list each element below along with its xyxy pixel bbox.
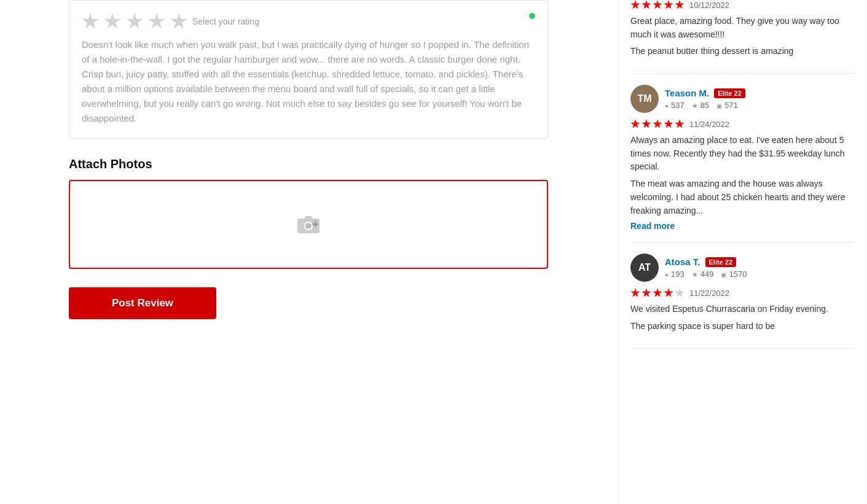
teason-elite-badge: Elite 22 [714, 88, 745, 98]
teason-name[interactable]: Teason M. [665, 88, 709, 98]
star-filled-4 [664, 0, 673, 10]
svg-rect-5 [315, 221, 316, 227]
atosa-info: Atosa T. Elite 22 193 449 [665, 257, 747, 279]
atosa-review-date: 11/22/2022 [689, 289, 729, 298]
atosa-review-text2: The parking space is super hard to be [630, 320, 855, 333]
teason-review-date: 11/24/2022 [689, 120, 729, 129]
atosa-reviewer-header: AT Atosa T. Elite 22 193 449 [630, 254, 855, 282]
teason-review-text1: Always an amazing place to eat. I've eat… [630, 134, 855, 174]
teason-star-2 [641, 119, 651, 129]
atosa-friends-stat: 193 [665, 269, 685, 279]
teason-read-more[interactable]: Read more [630, 221, 675, 231]
star-rating-row[interactable]: Select your rating [82, 13, 535, 30]
teason-friends-stat: 537 [665, 101, 685, 110]
teason-avatar: TM [630, 85, 659, 113]
atosa-elite-badge: Elite 22 [705, 257, 737, 267]
atosa-star-4 [664, 288, 673, 298]
right-column: 10/12/2022 Great place, amazing food. Th… [618, 0, 867, 504]
teason-star-1 [630, 119, 640, 129]
teason-reviews-count: 85 [700, 101, 709, 110]
atosa-friends-count: 193 [671, 269, 685, 279]
star-3[interactable] [126, 13, 143, 30]
atosa-star-1 [630, 288, 640, 298]
star-4[interactable] [148, 13, 165, 30]
star-filled-2 [641, 0, 651, 10]
star-filled-3 [653, 0, 662, 10]
teason-name-row: Teason M. Elite 22 [665, 88, 745, 98]
star-filled-1 [630, 0, 640, 10]
online-indicator [529, 13, 535, 19]
select-rating-label: Select your rating [192, 17, 259, 26]
teason-reviews-stat: 85 [692, 101, 709, 110]
photos-icon [716, 101, 722, 110]
atosa-name[interactable]: Atosa T. [665, 257, 700, 267]
atosa-avatar: AT [630, 254, 659, 282]
friends-icon [665, 101, 669, 110]
star-5[interactable] [170, 13, 187, 30]
atosa-stars-row: 11/22/2022 [630, 288, 855, 298]
top-review-text1: Great place, amazing food. They give you… [630, 15, 855, 41]
star-1[interactable] [82, 13, 99, 30]
star-filled-5 [675, 0, 685, 10]
atosa-friends-icon [665, 270, 669, 279]
teason-reviewer-header: TM Teason M. Elite 22 537 85 [630, 85, 855, 113]
atosa-star-2 [641, 288, 651, 298]
atosa-review-card: AT Atosa T. Elite 22 193 449 [630, 242, 855, 348]
atosa-name-row: Atosa T. Elite 22 [665, 257, 747, 267]
reviews-icon [692, 101, 698, 110]
post-review-button[interactable]: Post Review [69, 287, 216, 319]
atosa-photos-stat: 1570 [721, 269, 747, 279]
atosa-photos-icon [721, 270, 726, 279]
atosa-star-5-empty [675, 288, 685, 298]
review-text: Doesn't look like much when you walk pas… [82, 37, 535, 126]
atosa-reviews-count: 449 [700, 269, 714, 279]
teason-review-text2: The meat was amazing and the house was a… [630, 177, 855, 217]
teason-friends-count: 537 [671, 101, 685, 110]
teason-info: Teason M. Elite 22 537 85 [665, 88, 745, 110]
teason-star-4 [664, 119, 673, 129]
atosa-reviews-stat: 449 [692, 269, 714, 279]
attach-photos-section: Attach Photos [69, 157, 618, 269]
photo-upload-box[interactable] [69, 180, 548, 269]
svg-point-2 [305, 223, 312, 229]
top-review-date: 10/12/2022 [689, 1, 729, 10]
atosa-photos-count: 1570 [729, 269, 747, 279]
teason-star-3 [653, 119, 662, 129]
star-2[interactable] [104, 13, 121, 30]
atosa-reviews-icon [692, 270, 698, 279]
teason-photos-stat: 571 [716, 101, 738, 110]
teason-photos-count: 571 [724, 101, 738, 110]
top-review-text2: The peanut butter thing dessert is amazi… [630, 45, 855, 58]
top-review-card: 10/12/2022 Great place, amazing food. Th… [630, 0, 855, 74]
teason-stars [630, 119, 685, 129]
teason-review-card: TM Teason M. Elite 22 537 85 [630, 74, 855, 242]
atosa-star-3 [653, 288, 662, 298]
camera-add-icon [296, 212, 321, 236]
teason-stats: 537 85 571 [665, 101, 745, 110]
left-column: Select your rating Doesn't look like muc… [0, 0, 618, 504]
top-review-stars-row: 10/12/2022 [630, 0, 855, 10]
atosa-avatar-initials: AT [638, 262, 651, 273]
attach-photos-title: Attach Photos [69, 157, 618, 171]
atosa-review-text1: We visited Espetus Churrascaria on Frida… [630, 303, 855, 316]
teason-star-5 [675, 119, 685, 129]
atosa-stats: 193 449 1570 [665, 269, 747, 279]
atosa-stars [630, 288, 685, 298]
teason-avatar-initials: TM [637, 93, 651, 104]
svg-rect-3 [305, 216, 312, 220]
top-review-stars [630, 0, 685, 10]
review-box: Select your rating Doesn't look like muc… [69, 0, 548, 139]
teason-stars-row: 11/24/2022 [630, 119, 855, 129]
